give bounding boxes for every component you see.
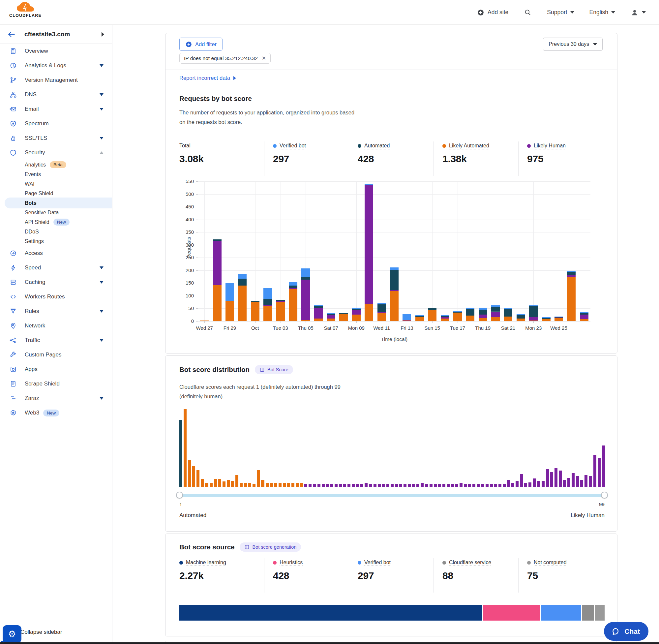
histogram-bar[interactable]	[585, 475, 587, 487]
sidebar-item-settings[interactable]: Settings	[0, 236, 112, 246]
sidebar-item-scrape-shield[interactable]: Scrape Shield	[0, 376, 112, 391]
histogram-bar[interactable]	[455, 484, 458, 487]
histogram-bar[interactable]	[602, 445, 605, 487]
bar-segment-likely-human[interactable]	[580, 315, 588, 319]
bar-segment-likely-human[interactable]	[263, 305, 272, 306]
source-segment-verified-bot[interactable]	[541, 605, 581, 621]
sidebar-item-spectrum[interactable]: Spectrum	[0, 116, 112, 131]
histogram-bar[interactable]	[498, 484, 501, 487]
sidebar-item-bots[interactable]: Bots	[5, 198, 112, 208]
histogram-bar[interactable]	[472, 484, 475, 487]
histogram-bar[interactable]	[486, 484, 489, 487]
histogram-bar[interactable]	[360, 484, 363, 487]
histogram-bar[interactable]	[309, 484, 311, 487]
slider-handle-min[interactable]	[176, 492, 183, 499]
sidebar-item-zaraz[interactable]: Zaraz	[0, 391, 112, 406]
bar-segment-likely-human[interactable]	[390, 290, 399, 291]
histogram-bar[interactable]	[235, 475, 238, 487]
bar-segment-verified-bot[interactable]	[226, 283, 234, 301]
histogram-bar[interactable]	[434, 484, 437, 487]
bar-segment-likely-automated[interactable]	[276, 302, 285, 321]
histogram-bar[interactable]	[300, 483, 303, 487]
histogram-bar[interactable]	[339, 484, 342, 487]
histogram-bar[interactable]	[416, 484, 419, 487]
bar-segment-automated[interactable]	[276, 300, 285, 301]
histogram-bar[interactable]	[555, 468, 558, 487]
sidebar-item-web3[interactable]: Web3New	[0, 406, 112, 420]
sidebar-item-security[interactable]: Security	[0, 145, 112, 160]
sidebar-item-sensitive-data[interactable]: Sensitive Data	[0, 208, 112, 217]
sidebar-item-ssl-tls[interactable]: SSL/TLS	[0, 131, 112, 145]
bar-segment-automated[interactable]	[314, 306, 323, 308]
source-segment-machine-learning[interactable]	[179, 605, 482, 621]
bar-segment-likely-automated[interactable]	[466, 316, 474, 321]
bar-segment-verified-bot[interactable]	[428, 308, 437, 308]
sidebar-item-events[interactable]: Events	[0, 169, 112, 179]
histogram-bar[interactable]	[408, 484, 411, 487]
histogram-bar[interactable]	[442, 484, 445, 487]
histogram-bar[interactable]	[218, 479, 221, 487]
histogram-bar[interactable]	[291, 483, 295, 487]
report-incorrect-data-link[interactable]: Report incorrect data	[179, 75, 236, 81]
bar-segment-likely-automated[interactable]	[238, 285, 246, 321]
stat-label-text[interactable]: Heuristics	[280, 559, 303, 566]
bar-segment-likely-automated[interactable]	[314, 319, 323, 321]
histogram-bar[interactable]	[296, 483, 299, 487]
sidebar-item-email[interactable]: Email	[0, 102, 112, 116]
sidebar-item-speed[interactable]: Speed	[0, 260, 112, 275]
bar-segment-verified-bot[interactable]	[415, 315, 424, 316]
sidebar-item-waf[interactable]: WAF	[0, 179, 112, 189]
bar-segment-verified-bot[interactable]	[263, 288, 272, 299]
histogram-bar[interactable]	[395, 484, 398, 487]
bar-segment-automated[interactable]	[301, 277, 310, 280]
histogram-bar[interactable]	[460, 483, 463, 487]
histogram-bar[interactable]	[214, 479, 217, 487]
collapse-sidebar-button[interactable]: Collapse sidebar	[20, 629, 62, 636]
histogram-bar[interactable]	[227, 480, 230, 487]
bar-segment-automated[interactable]	[479, 309, 487, 315]
bar-segment-verified-bot[interactable]	[327, 313, 335, 314]
bar-segment-likely-human[interactable]	[339, 314, 348, 315]
sidebar-item-analytics[interactable]: AnalyticsBeta	[0, 160, 112, 169]
bar-segment-likely-automated[interactable]	[226, 301, 234, 321]
bar-segment-verified-bot[interactable]	[517, 314, 525, 315]
histogram-bar[interactable]	[542, 481, 545, 487]
histogram-bar[interactable]	[580, 480, 583, 487]
search-button[interactable]	[523, 8, 532, 17]
sidebar-item-ddos[interactable]: DDoS	[0, 227, 112, 236]
bar-segment-likely-automated[interactable]	[479, 318, 487, 321]
bar-segment-likely-automated[interactable]	[542, 319, 550, 321]
sidebar-item-rules[interactable]: Rules	[0, 304, 112, 319]
histogram-bar[interactable]	[429, 484, 432, 487]
chat-button[interactable]: Chat	[604, 622, 649, 641]
bar-segment-likely-automated[interactable]	[567, 277, 575, 321]
bar-segment-verified-bot[interactable]	[289, 282, 297, 285]
bar-segment-automated[interactable]	[339, 313, 348, 314]
bar-segment-likely-automated[interactable]	[580, 319, 588, 321]
add-filter-button[interactable]: Add filter	[179, 38, 222, 51]
histogram-bar[interactable]	[222, 481, 226, 487]
score-range-slider[interactable]	[179, 492, 605, 499]
bar-segment-automated[interactable]	[453, 312, 462, 313]
bar-segment-likely-human[interactable]	[213, 241, 221, 284]
bar-segment-likely-automated[interactable]	[390, 291, 399, 321]
bar-segment-automated[interactable]	[529, 306, 538, 318]
bar-segment-automated[interactable]	[491, 307, 500, 312]
bar-segment-automated[interactable]	[580, 313, 588, 315]
histogram-bar[interactable]	[572, 473, 574, 487]
histogram-bar[interactable]	[589, 476, 592, 487]
bar-segment-automated[interactable]	[428, 308, 437, 310]
stat-label-text[interactable]: Verified bot	[280, 143, 306, 149]
histogram-bar[interactable]	[524, 483, 527, 487]
bar-segment-likely-automated[interactable]	[377, 313, 386, 321]
slider-handle-max[interactable]	[601, 492, 608, 499]
bar-segment-automated[interactable]	[415, 316, 424, 318]
histogram-bar[interactable]	[490, 484, 493, 487]
histogram-bar[interactable]	[313, 484, 316, 487]
histogram-bar[interactable]	[382, 484, 385, 487]
bar-segment-likely-automated[interactable]	[263, 306, 272, 321]
bar-segment-automated[interactable]	[567, 272, 575, 275]
bar-segment-verified-bot[interactable]	[466, 308, 474, 309]
histogram-bar[interactable]	[304, 484, 307, 487]
source-segment-cloudflare-service[interactable]	[582, 605, 594, 621]
